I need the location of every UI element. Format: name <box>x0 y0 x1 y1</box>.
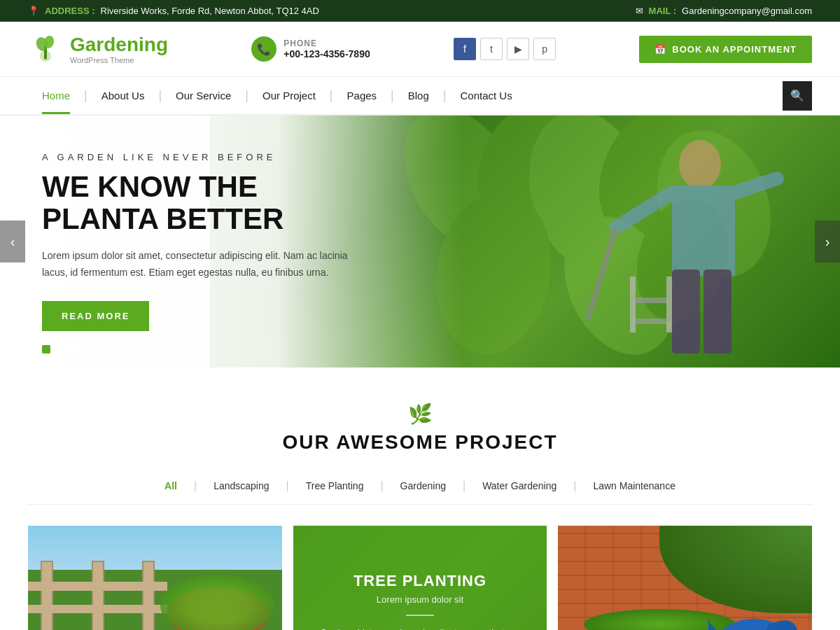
fence-garden-image <box>28 526 282 630</box>
svg-line-14 <box>616 192 672 227</box>
svg-rect-13 <box>672 186 735 276</box>
filter-tab-gardening[interactable]: Gardening <box>384 475 463 497</box>
svg-rect-21 <box>630 276 636 332</box>
nav-items: Home | About Us | Our Service | Our Proj… <box>28 77 783 114</box>
top-bar: 📍 ADDRESS : Riverside Works, Forde Rd, N… <box>0 0 840 22</box>
hero-content: A GARDEN LIKE NEVER BEFORE WE KNOW THE P… <box>0 152 406 331</box>
address-icon: 📍 <box>28 6 39 16</box>
slider-dot-1[interactable] <box>42 345 50 354</box>
project-card-1[interactable] <box>28 526 282 630</box>
phone-icon: 📞 <box>251 36 276 62</box>
slider-dot-2[interactable] <box>56 345 64 354</box>
address-label: ADDRESS : <box>45 6 95 16</box>
filter-tab-water-gardening[interactable]: Water Gardening <box>465 475 573 497</box>
youtube-icon[interactable]: ▶ <box>507 38 529 60</box>
slider-next-button[interactable]: › <box>815 220 840 262</box>
svg-rect-22 <box>666 276 672 332</box>
project-grid: TREE PLANTING Lorem ipsum dolor sit Our … <box>28 526 812 630</box>
filter-tab-all[interactable]: All <box>148 475 194 497</box>
nav-item-project[interactable]: Our Project <box>248 77 330 114</box>
nav-item-home[interactable]: Home <box>28 77 84 114</box>
svg-line-25 <box>708 622 722 631</box>
nav-item-about[interactable]: About Us <box>88 77 159 114</box>
pinterest-icon[interactable]: p <box>533 38 556 60</box>
filter-tab-tree-planting[interactable]: Tree Planting <box>289 475 381 497</box>
nav-item-contact[interactable]: Contact Us <box>446 77 526 114</box>
phone-label: PHONE <box>284 38 370 48</box>
hero-title: WE KNOW THE PLANTA BETTER <box>42 171 364 235</box>
svg-rect-17 <box>704 270 732 354</box>
svg-line-15 <box>735 178 777 192</box>
card-overlay-title: TREE PLANTING <box>354 572 486 590</box>
twitter-icon[interactable]: t <box>480 38 503 60</box>
watering-garden-image <box>558 526 812 630</box>
tree-planting-card: TREE PLANTING Lorem ipsum dolor sit Our … <box>293 526 547 630</box>
watering-can-container <box>708 587 799 631</box>
fence-rail-1 <box>28 582 167 591</box>
watering-can-svg <box>708 587 799 631</box>
book-btn-label: BOOK AN APPOINTMENT <box>672 44 797 55</box>
logo: Gardening WordPress Theme <box>28 31 168 66</box>
section-title: OUR AWESOME PROJECT <box>28 431 812 454</box>
logo-icon <box>28 31 63 66</box>
navigation: Home | About Us | Our Service | Our Proj… <box>0 77 840 115</box>
card-overlay-subtitle: Lorem ipsum dolor sit <box>377 594 463 605</box>
nav-item-blog[interactable]: Blog <box>394 77 443 114</box>
mail-value: Gardeningcompany@gmail.com <box>682 6 812 16</box>
projects-section: 🌿 OUR AWESOME PROJECT All | Landscaping … <box>0 368 840 630</box>
bushes <box>160 575 274 630</box>
nav-item-service[interactable]: Our Service <box>162 77 245 114</box>
fence-post-1 <box>41 561 53 630</box>
facebook-icon[interactable]: f <box>454 38 476 60</box>
project-card-2[interactable]: TREE PLANTING Lorem ipsum dolor sit Our … <box>293 526 547 630</box>
fence-post-3 <box>142 561 155 630</box>
hero-description: Lorem ipsum dolor sit amet, consectetur … <box>42 248 364 281</box>
filter-tab-lawn-maintenance[interactable]: Lawn Maintenance <box>576 475 692 497</box>
person-svg <box>574 122 798 368</box>
social-icons: f t ▶ p <box>454 38 556 60</box>
phone-block: 📞 PHONE +00-123-4356-7890 <box>251 36 370 62</box>
filter-tab-landscaping[interactable]: Landscaping <box>197 475 286 497</box>
logo-text-block: Gardening WordPress Theme <box>70 34 168 64</box>
slider-dot-3[interactable] <box>70 345 78 354</box>
phone-number: +00-123-4356-7890 <box>284 48 370 59</box>
svg-point-12 <box>679 140 721 189</box>
slider-dot-4[interactable] <box>84 345 92 354</box>
slider-prev-button[interactable]: ‹ <box>0 220 25 262</box>
fence-rail-2 <box>28 605 167 614</box>
logo-subtitle: WordPress Theme <box>70 56 168 64</box>
nav-item-pages[interactable]: Pages <box>333 77 391 114</box>
card-overlay-description: Our long history and regular clients pro… <box>307 626 533 630</box>
search-icon: 🔍 <box>790 89 804 102</box>
hero-section: ‹ A GARDEN LIKE NEVER BEFORE WE KNOW THE… <box>0 115 840 368</box>
project-card-3[interactable] <box>558 526 812 630</box>
svg-line-18 <box>588 227 616 318</box>
hero-read-more-button[interactable]: READ MORE <box>42 301 149 331</box>
hero-person-area <box>574 122 798 368</box>
mail-label: MAIL : <box>649 6 676 16</box>
address-value: Riverside Works, Forde Rd, Newton Abbot,… <box>101 6 319 16</box>
logo-brand: Gardening <box>70 34 168 55</box>
header: Gardening WordPress Theme 📞 PHONE +00-12… <box>0 22 840 77</box>
book-appointment-button[interactable]: 📅 BOOK AN APPOINTMENT <box>639 36 812 63</box>
svg-rect-19 <box>630 298 672 303</box>
top-bar-left: 📍 ADDRESS : Riverside Works, Forde Rd, N… <box>28 6 319 16</box>
top-bar-right: ✉ MAIL : Gardeningcompany@gmail.com <box>636 6 812 16</box>
section-leaf-icon: 🌿 <box>28 402 812 426</box>
search-button[interactable]: 🔍 <box>783 81 812 111</box>
hero-subtitle: A GARDEN LIKE NEVER BEFORE <box>42 152 364 162</box>
slider-dots <box>42 345 92 354</box>
card-overlay-divider <box>406 615 434 616</box>
svg-rect-16 <box>672 270 700 354</box>
phone-info: PHONE +00-123-4356-7890 <box>284 38 370 59</box>
mail-icon: ✉ <box>636 6 643 16</box>
tree-planting-overlay: TREE PLANTING Lorem ipsum dolor sit Our … <box>293 526 547 630</box>
fence-post-2 <box>92 561 104 630</box>
filter-tabs: All | Landscaping | Tree Planting | Gard… <box>28 475 812 505</box>
svg-rect-20 <box>630 318 672 324</box>
calendar-icon: 📅 <box>654 44 666 55</box>
